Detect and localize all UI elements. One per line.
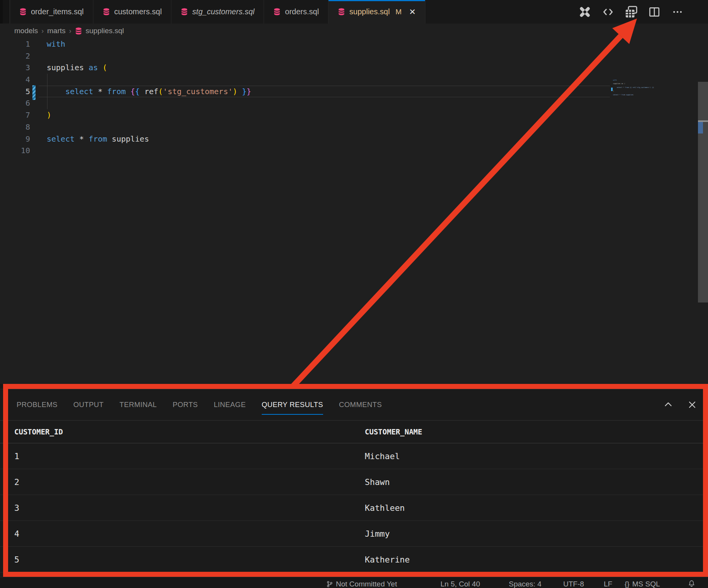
panel-tab-problems[interactable]: PROBLEMS	[17, 398, 58, 411]
tab-stg_customers-sql[interactable]: stg_customers.sql	[171, 0, 264, 24]
editor-actions	[578, 0, 708, 24]
table-row[interactable]: 5Katherine	[0, 547, 708, 573]
language-label: MS SQL	[632, 580, 660, 588]
query-results-icon[interactable]	[625, 5, 638, 19]
line-number: 5	[0, 86, 30, 98]
bottom-panel: PROBLEMSOUTPUTTERMINALPORTSLINEAGEQUERY …	[0, 389, 708, 578]
query-results-table: CUSTOMER_IDCUSTOMER_NAME1Michael2Shawn3K…	[0, 421, 708, 573]
table-cell: 2	[14, 477, 365, 487]
code-line[interactable]: 7)	[0, 109, 708, 121]
line-number: 7	[0, 109, 30, 121]
table-cell: 1	[14, 451, 365, 461]
close-icon[interactable]: ✕	[409, 8, 416, 16]
dbt-build-icon[interactable]	[578, 5, 591, 19]
minimap-line: select * from supplies	[613, 94, 663, 96]
code-line[interactable]: 10	[0, 145, 708, 157]
code-text: select * from supplies	[47, 133, 149, 145]
panel-tab-output[interactable]: OUTPUT	[73, 398, 103, 411]
line-number: 10	[0, 145, 30, 157]
code-line[interactable]: 5 select * from {{ ref('stg_customers') …	[0, 86, 708, 98]
table-row[interactable]: 3Kathleen	[0, 495, 708, 521]
code-line[interactable]: 8	[0, 121, 708, 133]
panel-tab-query-results[interactable]: QUERY RESULTS	[262, 398, 323, 411]
code-line[interactable]: 9select * from supplies	[0, 133, 708, 145]
database-icon	[181, 8, 188, 15]
line-number: 6	[0, 97, 30, 109]
database-icon	[338, 8, 345, 15]
line-number: 3	[0, 62, 30, 74]
breadcrumb-models[interactable]: models	[14, 27, 38, 35]
cursor-position-label: Ln 5, Col 40	[440, 580, 480, 588]
chevron-right-icon: ›	[41, 27, 44, 35]
table-row[interactable]: 1Michael	[0, 443, 708, 469]
table-row[interactable]: 2Shawn	[0, 469, 708, 495]
tab-label: stg_customers.sql	[192, 7, 254, 16]
database-icon	[273, 8, 281, 15]
git-status-label: Not Committed Yet	[336, 580, 397, 588]
panel-tab-bar: PROBLEMSOUTPUTTERMINALPORTSLINEAGEQUERY …	[0, 389, 708, 421]
tab-strip: order_items.sqlcustomers.sqlstg_customer…	[10, 0, 425, 24]
language-mode[interactable]: {} MS SQL	[625, 580, 660, 588]
modified-badge: M	[396, 8, 402, 16]
tab-supplies-sql[interactable]: supplies.sqlM✕	[329, 0, 425, 24]
more-actions-icon[interactable]	[671, 5, 684, 19]
table-row[interactable]: 4Jimmy	[0, 521, 708, 547]
chevron-right-icon: ›	[69, 27, 71, 35]
code-line[interactable]: 6	[0, 97, 708, 109]
code-line[interactable]: 1with	[0, 38, 708, 50]
cursor-position[interactable]: Ln 5, Col 40	[440, 580, 480, 588]
right-scroll-strip[interactable]	[698, 82, 708, 302]
breadcrumb-file[interactable]: supplies.sql	[86, 27, 124, 35]
table-cell: 4	[14, 529, 365, 539]
panel-tab-ports[interactable]: PORTS	[173, 398, 198, 411]
code-line[interactable]: 3supplies as (	[0, 62, 708, 74]
scroll-strip-selection	[698, 122, 703, 133]
indentation[interactable]: Spaces: 4	[509, 580, 542, 588]
column-header: CUSTOMER_ID	[14, 427, 365, 436]
panel-tab-lineage[interactable]: LINEAGE	[214, 398, 246, 411]
panel-actions	[663, 389, 697, 420]
table-cell: Jimmy	[365, 529, 708, 539]
tab-label: orders.sql	[285, 7, 319, 16]
eol-sequence[interactable]: LF	[604, 580, 612, 588]
notifications-bell[interactable]	[688, 580, 695, 587]
code-text: select * from {{ ref('stg_customers') }}	[47, 86, 251, 98]
minimap-modified-marker	[611, 88, 613, 91]
encoding[interactable]: UTF-8	[563, 580, 584, 588]
database-icon	[103, 8, 110, 15]
tab-order_items-sql[interactable]: order_items.sql	[10, 0, 93, 24]
eol-label: LF	[604, 580, 612, 588]
code-line[interactable]: 2	[0, 50, 708, 62]
indent-guide	[47, 97, 47, 109]
table-cell: Michael	[365, 451, 708, 461]
line-number: 4	[0, 74, 30, 86]
indentation-label: Spaces: 4	[509, 580, 542, 588]
line-number: 1	[0, 38, 30, 50]
close-panel-icon[interactable]	[687, 400, 697, 410]
table-cell: 5	[14, 555, 365, 564]
table-cell: 3	[14, 503, 365, 513]
git-status[interactable]: Not Committed Yet	[326, 580, 397, 588]
collapse-panel-icon[interactable]	[663, 400, 673, 410]
bell-icon	[688, 580, 695, 587]
code-editor[interactable]: 1with23supplies as (45 select * from {{ …	[0, 38, 708, 384]
split-editor-icon[interactable]	[648, 5, 661, 19]
status-bar: Not Committed Yet Ln 5, Col 40 Spaces: 4…	[0, 577, 708, 588]
code-area: 1with23supplies as (45 select * from {{ …	[0, 38, 708, 157]
panel-tab-terminal[interactable]: TERMINAL	[119, 398, 157, 411]
tab-label: customers.sql	[114, 7, 162, 16]
git-branch-icon	[326, 581, 333, 588]
minimap[interactable]: with supplies as ( select * from {{ ref(…	[613, 79, 663, 96]
compile-code-icon[interactable]	[601, 5, 615, 19]
tab-orders-sql[interactable]: orders.sql	[264, 0, 329, 24]
tab-label: order_items.sql	[31, 7, 84, 16]
table-cell: Katherine	[365, 555, 708, 564]
breadcrumb-marts[interactable]: marts	[47, 27, 66, 35]
database-icon	[75, 27, 82, 35]
line-number: 8	[0, 121, 30, 133]
breadcrumb: models › marts › supplies.sql	[0, 24, 708, 38]
code-line[interactable]: 4	[0, 74, 708, 86]
tab-customers-sql[interactable]: customers.sql	[93, 0, 171, 24]
panel-tab-comments[interactable]: COMMENTS	[339, 398, 382, 411]
table-cell: Shawn	[365, 477, 708, 487]
